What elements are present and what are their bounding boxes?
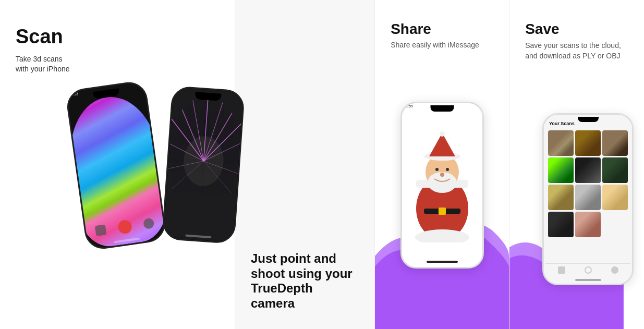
share-home-indicator xyxy=(427,261,458,263)
save-title: Save xyxy=(525,21,628,38)
laser-lines-svg xyxy=(163,87,244,242)
nav-circle-icon xyxy=(585,266,592,274)
save-bottom-nav xyxy=(545,263,630,276)
scan-thumb-8 xyxy=(575,185,601,210)
save-panel: Save Save your scans to the cloud, and d… xyxy=(509,0,644,329)
laser-visualization xyxy=(163,87,244,242)
save-phone-area: Your Scans xyxy=(509,69,644,329)
scan-thumb-3 xyxy=(602,130,628,156)
share-phone-screen xyxy=(402,103,482,267)
scan-phone-2 xyxy=(162,86,245,244)
scan-phones-container: 2:53 xyxy=(81,0,235,329)
shoot-panel: Just point and shoot using your TrueDept… xyxy=(235,0,375,329)
svg-rect-17 xyxy=(439,208,446,215)
scan-thumb-11 xyxy=(575,212,601,237)
share-text-area: Share Share easily with iMessage xyxy=(375,0,509,57)
svg-point-25 xyxy=(435,168,439,171)
svg-point-18 xyxy=(415,229,469,242)
scan-thumb-7 xyxy=(548,185,574,210)
save-phone-screen: Your Scans xyxy=(544,115,632,284)
scan-panel: Scan Take 3d scans with your iPhone 2:53 xyxy=(0,0,235,329)
save-subtitle: Save your scans to the cloud, and downlo… xyxy=(525,41,628,61)
scan-thumb-2 xyxy=(575,130,601,156)
scan-thumb-4 xyxy=(548,157,574,183)
svg-point-27 xyxy=(440,173,444,177)
nav-profile-icon xyxy=(611,266,618,274)
shoot-text-area: Just point and shoot using your TrueDept… xyxy=(251,251,359,313)
profile-icon xyxy=(143,217,155,229)
scan-thumb-1 xyxy=(548,130,574,156)
svg-point-26 xyxy=(446,168,449,171)
share-title: Share xyxy=(391,21,493,38)
scan-title: Scan xyxy=(16,26,70,48)
scan-thumb-6 xyxy=(602,157,628,183)
save-text-area: Save Save your scans to the cloud, and d… xyxy=(509,0,644,69)
svg-point-23 xyxy=(440,131,445,137)
nav-cards-icon xyxy=(558,266,565,274)
shoot-title: Just point and shoot using your TrueDept… xyxy=(251,251,359,311)
save-home-indicator xyxy=(575,279,601,281)
record-button[interactable] xyxy=(117,219,132,234)
scans-grid xyxy=(548,130,628,237)
share-phone-notch xyxy=(430,105,454,112)
scan-thumb-9 xyxy=(602,185,628,210)
camera-icon xyxy=(95,224,107,236)
santa-svg xyxy=(408,128,476,242)
save-phone-mockup: Your Scans xyxy=(542,113,634,285)
scan-subtitle: Take 3d scans with your iPhone xyxy=(16,54,70,75)
save-phone-notch xyxy=(578,117,599,122)
share-phone-mockup: 2:55 xyxy=(400,102,484,269)
scan-thumb-10 xyxy=(548,212,574,237)
share-panel: Share Share easily with iMessage 2:55 xyxy=(375,0,509,329)
share-subtitle: Share easily with iMessage xyxy=(391,41,493,49)
scan-thumb-5 xyxy=(575,157,601,183)
share-phone-time: 2:55 xyxy=(406,104,414,108)
share-phone-area: 2:55 xyxy=(375,57,509,329)
scan-text-area: Scan Take 3d scans with your iPhone xyxy=(0,0,81,329)
